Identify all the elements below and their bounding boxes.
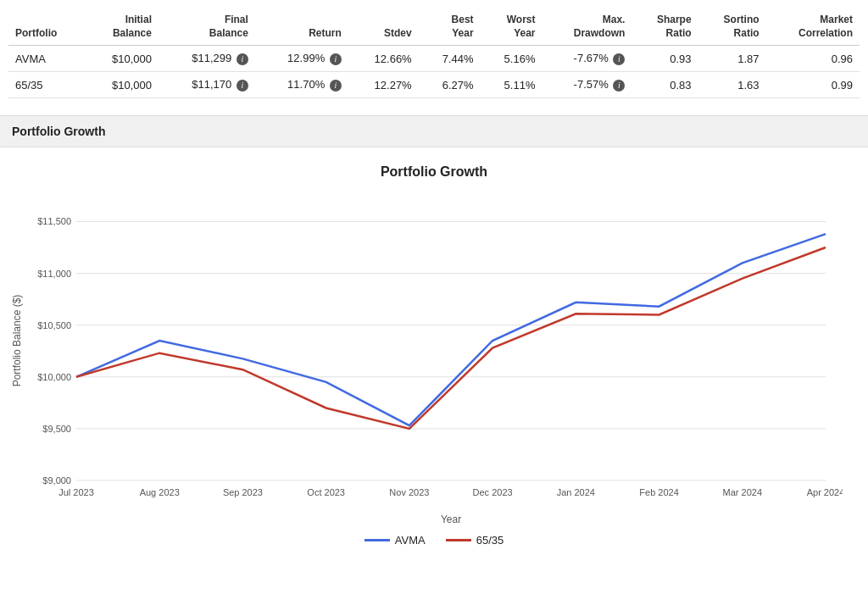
series-AVMA xyxy=(76,234,826,425)
cell-market-correlation: 0.96 xyxy=(766,46,860,72)
table-row: 65/35 $10,000 $11,170 i 11.70% i 12.27% … xyxy=(8,72,860,98)
legend-label: 65/35 xyxy=(476,534,504,547)
table-section: Portfolio InitialBalance FinalBalance Re… xyxy=(0,8,868,98)
svg-text:Jul 2023: Jul 2023 xyxy=(58,487,94,497)
cell-portfolio: 65/35 xyxy=(8,72,85,98)
legend-item-AVMA: AVMA xyxy=(364,534,426,547)
svg-text:Jan 2024: Jan 2024 xyxy=(557,487,595,497)
info-icon[interactable]: i xyxy=(330,80,342,92)
svg-text:$11,500: $11,500 xyxy=(37,217,71,227)
cell-sortino-ratio: 1.63 xyxy=(698,72,766,98)
portfolio-table: Portfolio InitialBalance FinalBalance Re… xyxy=(8,8,860,98)
svg-text:Oct 2023: Oct 2023 xyxy=(307,487,345,497)
svg-text:Dec 2023: Dec 2023 xyxy=(473,487,513,497)
cell-best-year: 6.27% xyxy=(419,72,481,98)
cell-stdev: 12.66% xyxy=(348,46,419,72)
chart-title: Portfolio Growth xyxy=(8,164,860,180)
chart-legend: AVMA 65/35 xyxy=(8,534,860,547)
cell-worst-year: 5.16% xyxy=(481,46,542,72)
cell-market-correlation: 0.99 xyxy=(766,72,860,98)
cell-return: 12.99% i xyxy=(255,46,348,72)
cell-final-balance: $11,299 i xyxy=(159,46,255,72)
info-icon[interactable]: i xyxy=(236,53,248,65)
svg-text:Sep 2023: Sep 2023 xyxy=(223,487,263,497)
svg-text:$9,500: $9,500 xyxy=(42,424,71,434)
cell-best-year: 7.44% xyxy=(419,46,481,72)
col-best-year: BestYear xyxy=(419,8,481,46)
col-worst-year: WorstYear xyxy=(481,8,542,46)
cell-initial-balance: $10,000 xyxy=(85,46,159,72)
cell-return: 11.70% i xyxy=(255,72,348,98)
col-sortino-ratio: SortinoRatio xyxy=(698,8,766,46)
col-initial-balance: InitialBalance xyxy=(85,8,159,46)
legend-item-65/35: 65/35 xyxy=(446,534,504,547)
col-portfolio: Portfolio xyxy=(8,8,85,46)
col-max-drawdown: Max.Drawdown xyxy=(542,8,632,46)
section-header: Portfolio Growth xyxy=(0,115,868,147)
col-return: Return xyxy=(255,8,348,46)
col-stdev: Stdev xyxy=(348,8,419,46)
cell-max-drawdown: -7.57% i xyxy=(542,72,632,98)
svg-text:Year: Year xyxy=(441,514,461,525)
legend-line-icon xyxy=(446,539,471,541)
cell-initial-balance: $10,000 xyxy=(85,72,159,98)
svg-text:Apr 2024: Apr 2024 xyxy=(807,487,843,497)
col-market-correlation: MarketCorrelation xyxy=(766,8,860,46)
series-65/35 xyxy=(76,247,826,429)
legend-label: AVMA xyxy=(395,534,426,547)
info-icon[interactable]: i xyxy=(330,53,342,65)
cell-portfolio: AVMA xyxy=(8,46,85,72)
svg-text:$10,000: $10,000 xyxy=(37,372,71,382)
cell-worst-year: 5.11% xyxy=(481,72,542,98)
cell-stdev: 12.27% xyxy=(348,72,419,98)
info-icon[interactable]: i xyxy=(613,80,625,92)
col-final-balance: FinalBalance xyxy=(159,8,255,46)
info-icon[interactable]: i xyxy=(236,80,248,92)
portfolio-growth-chart: $9,000$9,500$10,000$10,500$11,000$11,500… xyxy=(8,188,843,527)
chart-container: $9,000$9,500$10,000$10,500$11,000$11,500… xyxy=(8,188,860,527)
table-row: AVMA $10,000 $11,299 i 12.99% i 12.66% 7… xyxy=(8,46,860,72)
cell-sharpe-ratio: 0.93 xyxy=(632,46,698,72)
col-sharpe-ratio: SharpeRatio xyxy=(632,8,698,46)
cell-max-drawdown: -7.67% i xyxy=(542,46,632,72)
table-header-row: Portfolio InitialBalance FinalBalance Re… xyxy=(8,8,860,46)
chart-section: Portfolio Growth $9,000$9,500$10,000$10,… xyxy=(0,147,868,547)
cell-sortino-ratio: 1.87 xyxy=(698,46,766,72)
svg-text:Aug 2023: Aug 2023 xyxy=(140,487,180,497)
legend-line-icon xyxy=(364,539,390,541)
svg-text:Nov 2023: Nov 2023 xyxy=(389,487,429,497)
svg-text:$9,000: $9,000 xyxy=(42,475,71,486)
svg-text:Portfolio Balance ($): Portfolio Balance ($) xyxy=(11,295,23,387)
main-container: Portfolio InitialBalance FinalBalance Re… xyxy=(0,0,868,594)
cell-final-balance: $11,170 i xyxy=(159,72,255,98)
svg-text:$10,500: $10,500 xyxy=(37,320,71,330)
cell-sharpe-ratio: 0.83 xyxy=(632,72,698,98)
svg-text:Feb 2024: Feb 2024 xyxy=(639,487,678,497)
info-icon[interactable]: i xyxy=(613,53,625,65)
section-header-title: Portfolio Growth xyxy=(12,125,105,138)
svg-text:Mar 2024: Mar 2024 xyxy=(723,487,762,497)
svg-text:$11,000: $11,000 xyxy=(37,269,71,279)
